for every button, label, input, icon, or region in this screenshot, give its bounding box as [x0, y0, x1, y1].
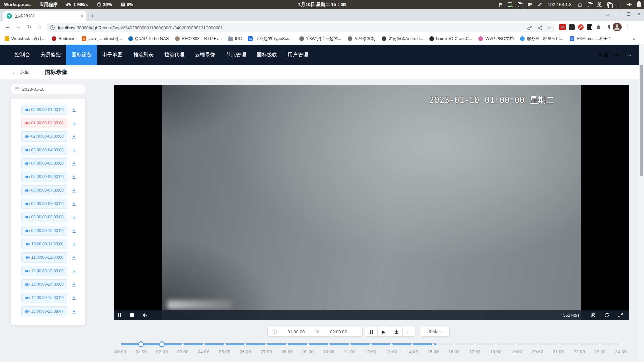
- tray-pen-icon[interactable]: [538, 2, 542, 7]
- user-welcome[interactable]: 欢迎，admin: [599, 45, 644, 65]
- tab-close-button[interactable]: ×: [80, 13, 83, 19]
- tray-clipboard-icon[interactable]: [518, 2, 521, 7]
- recording-range-button[interactable]: 14:00:00-15:00:00: [21, 293, 67, 303]
- nav-item[interactable]: 国标级联: [251, 45, 282, 65]
- extension-ublock-icon[interactable]: [587, 24, 592, 30]
- date-picker-input[interactable]: 2023-01-10: [11, 84, 85, 94]
- workspace-switcher-icon[interactable]: [588, 2, 592, 7]
- system-clock[interactable]: 1月10日 星期二 15：09: [298, 2, 346, 8]
- tray-status-icon[interactable]: [508, 2, 512, 7]
- password-key-icon[interactable]: [527, 25, 533, 30]
- download-recording-button[interactable]: [71, 107, 77, 113]
- applications-menu[interactable]: 应用程序: [39, 2, 57, 8]
- download-recording-button[interactable]: [71, 201, 77, 207]
- nav-item[interactable]: 分屏监控: [35, 45, 66, 65]
- recording-range-button[interactable]: 07:00:00-08:00:00: [21, 199, 67, 209]
- tray-window-icon[interactable]: [607, 2, 611, 7]
- recording-range-button[interactable]: 15:00:00-15:09:47: [21, 306, 67, 316]
- nav-item[interactable]: 拉流代理: [159, 45, 190, 65]
- recording-range-button[interactable]: 05:00:00-06:00:00: [21, 172, 67, 182]
- bookmark-item[interactable]: 服务器 - 轻量应用...: [520, 36, 563, 42]
- browser-menu-button[interactable]: ⋮: [625, 24, 630, 30]
- player-refresh-icon[interactable]: [604, 313, 609, 318]
- browser-forward-button[interactable]: →: [15, 24, 22, 30]
- timeline-handle-start[interactable]: [138, 341, 144, 347]
- nav-item[interactable]: 用户管理: [282, 45, 313, 65]
- extension-adblock-icon[interactable]: [578, 24, 584, 30]
- tab-search-chevron-icon[interactable]: [606, 12, 609, 16]
- back-button[interactable]: ← 返回: [12, 69, 30, 75]
- bookmark-star-icon[interactable]: ☆: [547, 25, 551, 31]
- recording-range-button[interactable]: 08:00:00-09:00:00: [21, 212, 67, 222]
- time-range-input[interactable]: 01:00:00 至 02:00:00: [267, 327, 363, 337]
- nav-item[interactable]: 控制台: [9, 45, 35, 65]
- scrollbar-thumb[interactable]: [640, 65, 643, 176]
- site-info-icon[interactable]: i: [50, 25, 55, 30]
- share-icon[interactable]: [537, 25, 542, 30]
- extension-dark-icon[interactable]: [569, 24, 575, 30]
- time-end-value[interactable]: 02:00:00: [320, 329, 358, 334]
- window-minimize-button[interactable]: [616, 14, 619, 14]
- bookmark-item[interactable]: 如何编译Android...: [382, 36, 423, 42]
- profile-avatar[interactable]: [613, 23, 622, 31]
- skip-back-button[interactable]: ←: [402, 327, 415, 337]
- browser-home-button[interactable]: ⌂: [36, 24, 43, 29]
- window-close-button[interactable]: ×: [638, 12, 641, 16]
- player-fullscreen-icon[interactable]: [618, 313, 623, 318]
- download-recording-button[interactable]: [71, 187, 77, 193]
- nav-item[interactable]: 电子地图: [97, 45, 128, 65]
- bookmark-item[interactable]: RFC2833 – RTP Ev...: [175, 36, 222, 41]
- home-icon[interactable]: [578, 2, 582, 7]
- download-recording-button[interactable]: [71, 295, 77, 301]
- battery-icon[interactable]: [637, 2, 641, 7]
- extensions-puzzle-icon[interactable]: [595, 24, 601, 30]
- bookmark-item[interactable]: QNAP Turbo NAS: [128, 36, 169, 41]
- input-method-indicator[interactable]: 英: [597, 2, 602, 8]
- download-recording-button[interactable]: [71, 228, 77, 234]
- bookmark-item[interactable]: 1.8W字|了不起的...: [299, 36, 341, 42]
- nav-item[interactable]: 推流列表: [128, 45, 159, 65]
- video-player[interactable]: 2023-01-10 01:00:00 星期二 552 kb/s: [114, 85, 629, 320]
- recording-range-button[interactable]: 02:00:00-03:00:00: [21, 131, 67, 142]
- nav-item[interactable]: 国标设备: [66, 45, 97, 65]
- timeline-handle-end[interactable]: [159, 341, 165, 347]
- bookmark-item[interactable]: 知 了不起的 TypeScri...: [248, 36, 293, 42]
- play-button[interactable]: ▶: [377, 327, 390, 337]
- tray-flag-icon[interactable]: [499, 2, 502, 7]
- player-stop-button[interactable]: [130, 313, 134, 317]
- bookmark-item[interactable]: hairrrrr/C-CrashC...: [429, 36, 472, 41]
- player-mute-icon[interactable]: [142, 313, 148, 317]
- bookmark-item[interactable]: 免登录复制: [348, 36, 375, 42]
- extension-sidebar-icon[interactable]: [604, 25, 610, 29]
- download-recording-button[interactable]: [71, 281, 77, 287]
- time-start-value[interactable]: 01:00:00: [277, 329, 315, 334]
- recording-range-button[interactable]: 12:00:00-13:00:00: [21, 266, 67, 276]
- download-recording-button[interactable]: [71, 308, 77, 314]
- workspaces-button[interactable]: Workspaces: [4, 2, 31, 7]
- download-recording-button[interactable]: [71, 254, 77, 260]
- recording-range-button[interactable]: 09:00:00-10:00:00: [21, 226, 67, 236]
- recording-range-button[interactable]: 00:00:00-01:00:00: [21, 105, 67, 115]
- bookmark-item[interactable]: IPC: [228, 36, 242, 41]
- bookmark-item[interactable]: C java、android可...: [82, 36, 122, 42]
- player-settings-aperture-icon[interactable]: [591, 313, 596, 318]
- browser-reload-button[interactable]: ↻: [26, 24, 33, 30]
- recording-range-button[interactable]: 10:00:00-11:00:00: [21, 239, 67, 249]
- player-pause-button[interactable]: [118, 313, 121, 317]
- timeline-slider[interactable]: 00:0001:0002:0003:0004:0005:0006:0007:00…: [120, 340, 621, 357]
- download-recording-button[interactable]: [71, 268, 77, 274]
- recording-range-button[interactable]: 03:00:00-04:00:00: [21, 145, 67, 155]
- url-field[interactable]: i localhost:38080/#/gbRecordDetail/34020…: [46, 23, 555, 32]
- speed-dropdown[interactable]: 倍速: [421, 327, 450, 337]
- download-recording-button[interactable]: [71, 214, 77, 220]
- bookmark-item[interactable]: Webstack - 设计...: [5, 36, 45, 42]
- ip-address[interactable]: 192.168.1.3: [548, 2, 571, 7]
- recording-range-button[interactable]: 06:00:00-07:00:00: [21, 185, 67, 195]
- recording-range-button[interactable]: 01:00:00-02:00:00: [21, 118, 67, 128]
- tray-cup-icon[interactable]: [527, 2, 532, 7]
- window-restore-button[interactable]: [627, 12, 630, 16]
- new-tab-button[interactable]: +: [89, 13, 96, 19]
- nav-item[interactable]: 云端录像: [190, 45, 221, 65]
- volume-icon[interactable]: [627, 2, 632, 7]
- bookmark-item[interactable]: N HDAtmos :: 种子 *...: [570, 36, 614, 42]
